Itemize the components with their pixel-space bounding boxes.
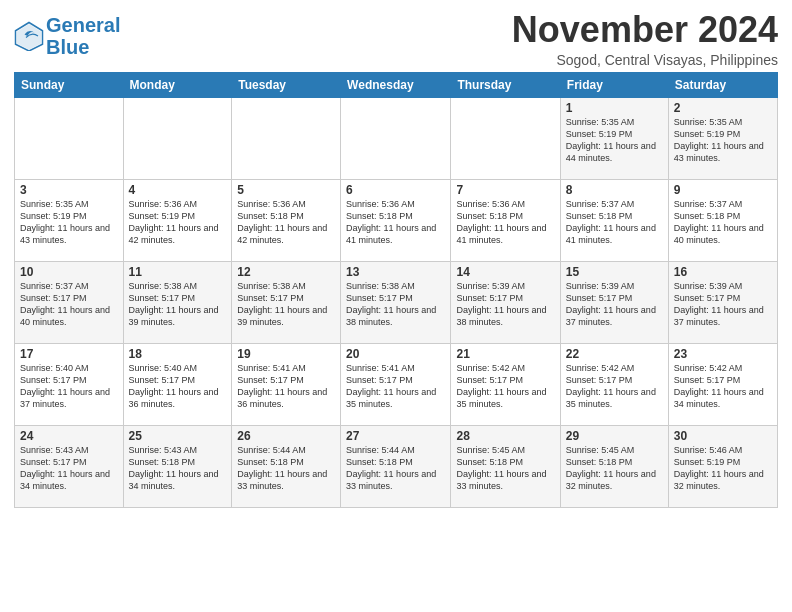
day-number: 27 <box>346 429 445 443</box>
day-info: Sunrise: 5:38 AM Sunset: 5:17 PM Dayligh… <box>237 280 335 329</box>
day-info: Sunrise: 5:46 AM Sunset: 5:19 PM Dayligh… <box>674 444 772 493</box>
week-row-1: 1Sunrise: 5:35 AM Sunset: 5:19 PM Daylig… <box>15 97 778 179</box>
day-info: Sunrise: 5:44 AM Sunset: 5:18 PM Dayligh… <box>346 444 445 493</box>
table-row: 22Sunrise: 5:42 AM Sunset: 5:17 PM Dayli… <box>560 343 668 425</box>
day-info: Sunrise: 5:39 AM Sunset: 5:17 PM Dayligh… <box>566 280 663 329</box>
table-row: 9Sunrise: 5:37 AM Sunset: 5:18 PM Daylig… <box>668 179 777 261</box>
day-info: Sunrise: 5:42 AM Sunset: 5:17 PM Dayligh… <box>674 362 772 411</box>
day-info: Sunrise: 5:41 AM Sunset: 5:17 PM Dayligh… <box>346 362 445 411</box>
day-number: 17 <box>20 347 118 361</box>
col-tuesday: Tuesday <box>232 72 341 97</box>
table-row: 5Sunrise: 5:36 AM Sunset: 5:18 PM Daylig… <box>232 179 341 261</box>
day-info: Sunrise: 5:36 AM Sunset: 5:18 PM Dayligh… <box>456 198 554 247</box>
table-row: 27Sunrise: 5:44 AM Sunset: 5:18 PM Dayli… <box>341 425 451 507</box>
table-row: 16Sunrise: 5:39 AM Sunset: 5:17 PM Dayli… <box>668 261 777 343</box>
day-number: 7 <box>456 183 554 197</box>
table-row <box>451 97 560 179</box>
day-number: 3 <box>20 183 118 197</box>
table-row: 18Sunrise: 5:40 AM Sunset: 5:17 PM Dayli… <box>123 343 232 425</box>
day-number: 22 <box>566 347 663 361</box>
day-number: 2 <box>674 101 772 115</box>
day-info: Sunrise: 5:39 AM Sunset: 5:17 PM Dayligh… <box>674 280 772 329</box>
day-number: 14 <box>456 265 554 279</box>
table-row: 30Sunrise: 5:46 AM Sunset: 5:19 PM Dayli… <box>668 425 777 507</box>
week-row-5: 24Sunrise: 5:43 AM Sunset: 5:17 PM Dayli… <box>15 425 778 507</box>
table-row: 8Sunrise: 5:37 AM Sunset: 5:18 PM Daylig… <box>560 179 668 261</box>
day-number: 18 <box>129 347 227 361</box>
table-row: 11Sunrise: 5:38 AM Sunset: 5:17 PM Dayli… <box>123 261 232 343</box>
table-row: 17Sunrise: 5:40 AM Sunset: 5:17 PM Dayli… <box>15 343 124 425</box>
day-info: Sunrise: 5:42 AM Sunset: 5:17 PM Dayligh… <box>456 362 554 411</box>
day-info: Sunrise: 5:40 AM Sunset: 5:17 PM Dayligh… <box>20 362 118 411</box>
logo: General Blue <box>14 14 120 58</box>
table-row: 10Sunrise: 5:37 AM Sunset: 5:17 PM Dayli… <box>15 261 124 343</box>
day-info: Sunrise: 5:37 AM Sunset: 5:18 PM Dayligh… <box>566 198 663 247</box>
day-number: 30 <box>674 429 772 443</box>
day-info: Sunrise: 5:39 AM Sunset: 5:17 PM Dayligh… <box>456 280 554 329</box>
col-wednesday: Wednesday <box>341 72 451 97</box>
table-row: 28Sunrise: 5:45 AM Sunset: 5:18 PM Dayli… <box>451 425 560 507</box>
day-number: 25 <box>129 429 227 443</box>
week-row-2: 3Sunrise: 5:35 AM Sunset: 5:19 PM Daylig… <box>15 179 778 261</box>
table-row: 21Sunrise: 5:42 AM Sunset: 5:17 PM Dayli… <box>451 343 560 425</box>
day-info: Sunrise: 5:42 AM Sunset: 5:17 PM Dayligh… <box>566 362 663 411</box>
day-number: 16 <box>674 265 772 279</box>
day-number: 6 <box>346 183 445 197</box>
calendar: Sunday Monday Tuesday Wednesday Thursday… <box>14 72 778 508</box>
day-number: 20 <box>346 347 445 361</box>
day-number: 23 <box>674 347 772 361</box>
day-info: Sunrise: 5:36 AM Sunset: 5:18 PM Dayligh… <box>237 198 335 247</box>
table-row: 2Sunrise: 5:35 AM Sunset: 5:19 PM Daylig… <box>668 97 777 179</box>
day-info: Sunrise: 5:45 AM Sunset: 5:18 PM Dayligh… <box>456 444 554 493</box>
day-number: 28 <box>456 429 554 443</box>
calendar-header-row: Sunday Monday Tuesday Wednesday Thursday… <box>15 72 778 97</box>
table-row <box>232 97 341 179</box>
day-number: 5 <box>237 183 335 197</box>
week-row-4: 17Sunrise: 5:40 AM Sunset: 5:17 PM Dayli… <box>15 343 778 425</box>
day-number: 24 <box>20 429 118 443</box>
col-saturday: Saturday <box>668 72 777 97</box>
table-row: 25Sunrise: 5:43 AM Sunset: 5:18 PM Dayli… <box>123 425 232 507</box>
table-row: 7Sunrise: 5:36 AM Sunset: 5:18 PM Daylig… <box>451 179 560 261</box>
day-info: Sunrise: 5:36 AM Sunset: 5:19 PM Dayligh… <box>129 198 227 247</box>
table-row: 6Sunrise: 5:36 AM Sunset: 5:18 PM Daylig… <box>341 179 451 261</box>
table-row <box>15 97 124 179</box>
col-friday: Friday <box>560 72 668 97</box>
table-row: 1Sunrise: 5:35 AM Sunset: 5:19 PM Daylig… <box>560 97 668 179</box>
day-number: 19 <box>237 347 335 361</box>
day-info: Sunrise: 5:45 AM Sunset: 5:18 PM Dayligh… <box>566 444 663 493</box>
title-block: November 2024 Sogod, Central Visayas, Ph… <box>512 10 778 68</box>
day-info: Sunrise: 5:35 AM Sunset: 5:19 PM Dayligh… <box>674 116 772 165</box>
day-number: 9 <box>674 183 772 197</box>
header: General Blue November 2024 Sogod, Centra… <box>14 10 778 68</box>
day-info: Sunrise: 5:43 AM Sunset: 5:17 PM Dayligh… <box>20 444 118 493</box>
table-row: 12Sunrise: 5:38 AM Sunset: 5:17 PM Dayli… <box>232 261 341 343</box>
day-info: Sunrise: 5:40 AM Sunset: 5:17 PM Dayligh… <box>129 362 227 411</box>
day-number: 21 <box>456 347 554 361</box>
day-number: 12 <box>237 265 335 279</box>
table-row: 4Sunrise: 5:36 AM Sunset: 5:19 PM Daylig… <box>123 179 232 261</box>
location: Sogod, Central Visayas, Philippines <box>512 52 778 68</box>
table-row: 13Sunrise: 5:38 AM Sunset: 5:17 PM Dayli… <box>341 261 451 343</box>
day-info: Sunrise: 5:37 AM Sunset: 5:17 PM Dayligh… <box>20 280 118 329</box>
table-row: 20Sunrise: 5:41 AM Sunset: 5:17 PM Dayli… <box>341 343 451 425</box>
day-number: 29 <box>566 429 663 443</box>
table-row: 15Sunrise: 5:39 AM Sunset: 5:17 PM Dayli… <box>560 261 668 343</box>
day-number: 13 <box>346 265 445 279</box>
col-thursday: Thursday <box>451 72 560 97</box>
day-number: 26 <box>237 429 335 443</box>
col-sunday: Sunday <box>15 72 124 97</box>
week-row-3: 10Sunrise: 5:37 AM Sunset: 5:17 PM Dayli… <box>15 261 778 343</box>
day-number: 4 <box>129 183 227 197</box>
table-row: 24Sunrise: 5:43 AM Sunset: 5:17 PM Dayli… <box>15 425 124 507</box>
table-row: 3Sunrise: 5:35 AM Sunset: 5:19 PM Daylig… <box>15 179 124 261</box>
day-number: 8 <box>566 183 663 197</box>
table-row: 23Sunrise: 5:42 AM Sunset: 5:17 PM Dayli… <box>668 343 777 425</box>
day-number: 15 <box>566 265 663 279</box>
day-info: Sunrise: 5:41 AM Sunset: 5:17 PM Dayligh… <box>237 362 335 411</box>
logo-general: General <box>46 14 120 36</box>
day-info: Sunrise: 5:35 AM Sunset: 5:19 PM Dayligh… <box>20 198 118 247</box>
day-info: Sunrise: 5:38 AM Sunset: 5:17 PM Dayligh… <box>346 280 445 329</box>
day-info: Sunrise: 5:37 AM Sunset: 5:18 PM Dayligh… <box>674 198 772 247</box>
table-row: 26Sunrise: 5:44 AM Sunset: 5:18 PM Dayli… <box>232 425 341 507</box>
